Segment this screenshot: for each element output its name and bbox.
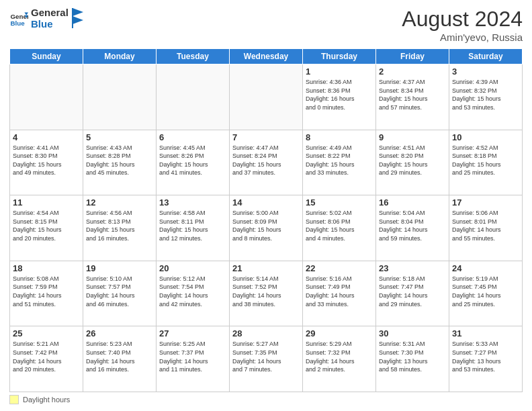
day-number: 20 (159, 263, 226, 273)
day-info: Sunrise: 5:00 AM Sunset: 8:09 PM Dayligh… (232, 209, 300, 242)
day-number: 17 (452, 197, 519, 208)
day-number: 29 (306, 328, 373, 338)
day-info: Sunrise: 4:54 AM Sunset: 8:15 PM Dayligh… (13, 209, 80, 242)
day-number: 8 (306, 132, 373, 142)
footer: Daylight hours (9, 395, 523, 404)
day-number: 18 (13, 263, 80, 273)
day-number: 31 (452, 328, 519, 338)
calendar-cell: 2Sunrise: 4:37 AM Sunset: 8:34 PM Daylig… (376, 64, 449, 130)
daylight-box (9, 395, 19, 404)
day-info: Sunrise: 4:52 AM Sunset: 8:18 PM Dayligh… (452, 144, 519, 177)
calendar-cell: 1Sunrise: 4:36 AM Sunset: 8:36 PM Daylig… (303, 64, 376, 130)
calendar-cell: 24Sunrise: 5:19 AM Sunset: 7:45 PM Dayli… (449, 261, 523, 326)
calendar-cell: 28Sunrise: 5:27 AM Sunset: 7:35 PM Dayli… (230, 326, 303, 392)
day-info: Sunrise: 5:04 AM Sunset: 8:04 PM Dayligh… (379, 209, 446, 242)
day-info: Sunrise: 5:19 AM Sunset: 7:45 PM Dayligh… (452, 275, 519, 308)
day-info: Sunrise: 4:56 AM Sunset: 8:13 PM Dayligh… (86, 209, 153, 242)
calendar-cell: 13Sunrise: 4:58 AM Sunset: 8:11 PM Dayli… (157, 195, 230, 261)
dow-header: Monday (83, 49, 157, 64)
day-info: Sunrise: 4:45 AM Sunset: 8:26 PM Dayligh… (159, 144, 226, 177)
day-number: 7 (232, 132, 300, 142)
calendar-cell: 11Sunrise: 4:54 AM Sunset: 8:15 PM Dayli… (10, 195, 83, 261)
calendar-cell: 6Sunrise: 4:45 AM Sunset: 8:26 PM Daylig… (157, 130, 230, 195)
calendar-cell: 12Sunrise: 4:56 AM Sunset: 8:13 PM Dayli… (83, 195, 157, 261)
calendar-cell: 7Sunrise: 4:47 AM Sunset: 8:24 PM Daylig… (230, 130, 303, 195)
calendar-cell: 16Sunrise: 5:04 AM Sunset: 8:04 PM Dayli… (376, 195, 449, 261)
svg-rect-6 (72, 8, 73, 28)
calendar-cell: 19Sunrise: 5:10 AM Sunset: 7:57 PM Dayli… (83, 261, 157, 326)
calendar-cell: 9Sunrise: 4:51 AM Sunset: 8:20 PM Daylig… (376, 130, 449, 195)
logo-blue: Blue (31, 18, 69, 30)
day-info: Sunrise: 5:16 AM Sunset: 7:49 PM Dayligh… (306, 275, 373, 308)
calendar-cell: 25Sunrise: 5:21 AM Sunset: 7:42 PM Dayli… (10, 326, 83, 392)
calendar-cell: 20Sunrise: 5:12 AM Sunset: 7:54 PM Dayli… (157, 261, 230, 326)
svg-text:Blue: Blue (10, 19, 25, 27)
day-info: Sunrise: 5:23 AM Sunset: 7:40 PM Dayligh… (86, 340, 153, 373)
day-number: 30 (379, 328, 446, 338)
calendar-cell: 4Sunrise: 4:41 AM Sunset: 8:30 PM Daylig… (10, 130, 83, 195)
day-info: Sunrise: 5:18 AM Sunset: 7:47 PM Dayligh… (379, 275, 446, 308)
logo-icon: General Blue (9, 9, 28, 28)
day-info: Sunrise: 5:25 AM Sunset: 7:37 PM Dayligh… (159, 340, 226, 373)
day-info: Sunrise: 4:47 AM Sunset: 8:24 PM Dayligh… (232, 144, 300, 177)
calendar-cell: 8Sunrise: 4:49 AM Sunset: 8:22 PM Daylig… (303, 130, 376, 195)
calendar-cell: 10Sunrise: 4:52 AM Sunset: 8:18 PM Dayli… (449, 130, 523, 195)
title-block: August 2024 Amin'yevo, Russia (402, 7, 523, 43)
day-number: 11 (13, 197, 80, 208)
day-number: 24 (452, 263, 519, 273)
day-number: 23 (379, 263, 446, 273)
day-number: 14 (232, 197, 300, 208)
dow-header: Thursday (303, 49, 376, 64)
footer-label: Daylight hours (23, 396, 70, 404)
calendar-cell: 5Sunrise: 4:43 AM Sunset: 8:28 PM Daylig… (83, 130, 157, 195)
day-info: Sunrise: 4:51 AM Sunset: 8:20 PM Dayligh… (379, 144, 446, 177)
day-info: Sunrise: 4:39 AM Sunset: 8:32 PM Dayligh… (452, 78, 519, 111)
day-number: 1 (306, 66, 373, 77)
day-number: 28 (232, 328, 300, 338)
day-number: 21 (232, 263, 300, 273)
calendar-cell: 18Sunrise: 5:08 AM Sunset: 7:59 PM Dayli… (10, 261, 83, 326)
calendar-cell: 22Sunrise: 5:16 AM Sunset: 7:49 PM Dayli… (303, 261, 376, 326)
day-info: Sunrise: 5:08 AM Sunset: 7:59 PM Dayligh… (13, 275, 80, 308)
day-number: 2 (379, 66, 446, 77)
day-info: Sunrise: 5:12 AM Sunset: 7:54 PM Dayligh… (159, 275, 226, 308)
logo-general: General (31, 7, 69, 18)
logo-flag-icon (71, 8, 85, 28)
calendar-cell: 30Sunrise: 5:31 AM Sunset: 7:30 PM Dayli… (376, 326, 449, 392)
day-number: 3 (452, 66, 519, 77)
day-info: Sunrise: 5:31 AM Sunset: 7:30 PM Dayligh… (379, 340, 446, 373)
day-info: Sunrise: 5:06 AM Sunset: 8:01 PM Dayligh… (452, 209, 519, 242)
day-number: 15 (306, 197, 373, 208)
day-number: 5 (86, 132, 153, 142)
day-info: Sunrise: 4:36 AM Sunset: 8:36 PM Dayligh… (306, 78, 373, 111)
calendar-cell: 15Sunrise: 5:02 AM Sunset: 8:06 PM Dayli… (303, 195, 376, 261)
calendar: SundayMondayTuesdayWednesdayThursdayFrid… (9, 48, 523, 392)
calendar-cell: 3Sunrise: 4:39 AM Sunset: 8:32 PM Daylig… (449, 64, 523, 130)
day-info: Sunrise: 5:27 AM Sunset: 7:35 PM Dayligh… (232, 340, 300, 373)
calendar-cell: 26Sunrise: 5:23 AM Sunset: 7:40 PM Dayli… (83, 326, 157, 392)
dow-header: Wednesday (230, 49, 303, 64)
calendar-cell: 14Sunrise: 5:00 AM Sunset: 8:09 PM Dayli… (230, 195, 303, 261)
calendar-cell: 21Sunrise: 5:14 AM Sunset: 7:52 PM Dayli… (230, 261, 303, 326)
day-number: 6 (159, 132, 226, 142)
svg-marker-4 (73, 8, 83, 16)
day-info: Sunrise: 4:43 AM Sunset: 8:28 PM Dayligh… (86, 144, 153, 177)
day-number: 10 (452, 132, 519, 142)
day-number: 26 (86, 328, 153, 338)
month-year: August 2024 (402, 7, 523, 32)
svg-marker-5 (73, 16, 83, 24)
day-number: 13 (159, 197, 226, 208)
day-number: 9 (379, 132, 446, 142)
calendar-cell (10, 64, 83, 130)
calendar-cell: 29Sunrise: 5:29 AM Sunset: 7:32 PM Dayli… (303, 326, 376, 392)
day-number: 25 (13, 328, 80, 338)
calendar-cell (83, 64, 157, 130)
day-number: 12 (86, 197, 153, 208)
day-info: Sunrise: 4:41 AM Sunset: 8:30 PM Dayligh… (13, 144, 80, 177)
header: General Blue General Blue August 2024 Am… (9, 7, 523, 43)
day-number: 27 (159, 328, 226, 338)
calendar-cell: 27Sunrise: 5:25 AM Sunset: 7:37 PM Dayli… (157, 326, 230, 392)
dow-header: Tuesday (157, 49, 230, 64)
day-info: Sunrise: 5:10 AM Sunset: 7:57 PM Dayligh… (86, 275, 153, 308)
calendar-cell: 17Sunrise: 5:06 AM Sunset: 8:01 PM Dayli… (449, 195, 523, 261)
